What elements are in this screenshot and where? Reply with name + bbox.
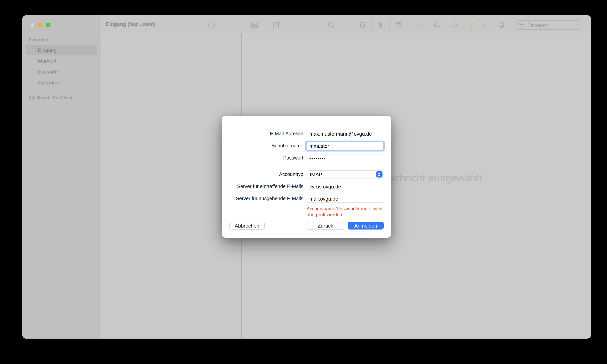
screen: Favoriten Eingang Markiert [0,0,607,364]
get-mail-icon[interactable] [250,21,259,29]
inbox-icon [29,47,36,53]
toolbar-separator [428,20,428,30]
flag-icon [29,57,36,64]
sidebar-item-entwuerfe[interactable]: Entwürfe [26,66,97,77]
outgoing-server-label: Server für ausgehende E-Mails: [230,195,305,203]
sidebar-item-eingang[interactable]: Eingang [26,45,97,55]
junk-icon[interactable] [394,21,403,29]
account-type-value: IMAP [310,171,376,177]
sidebar-section-favorites: Favoriten [29,37,48,42]
sidebar-item-label: Markiert [38,58,56,64]
toolbar-separator [446,20,446,30]
chevron-down-icon[interactable] [482,23,487,28]
toolbar-separator [480,20,480,30]
message-list-pane[interactable] [101,33,241,338]
send-icon [29,79,36,86]
incoming-server-field[interactable] [307,182,383,190]
account-setup-dialog: E-Mail-Adresse: Benutzername: Passwort: … [222,116,391,238]
back-button[interactable]: Zurück [307,222,344,230]
error-message: Accountname/Passwort konnte nicht überpr… [307,206,385,217]
sidebar-item-label: Entwürfe [38,69,58,75]
close-button[interactable] [30,23,35,27]
toolbar-separator [389,20,390,30]
email-label: E-Mail-Adresse: [230,130,305,138]
dialog-divider [222,167,391,167]
sidebar-item-gesendet[interactable]: Gesendet [26,78,97,88]
forward-icon[interactable] [450,21,459,29]
submit-button[interactable]: Anmelden [348,222,384,230]
username-field[interactable] [307,142,383,150]
mailbox-title: Eingang (Nur Lesen) [106,15,156,33]
reply-icon[interactable] [415,21,423,29]
flag-icon[interactable] [469,21,478,29]
filter-icon[interactable] [207,21,216,29]
sidebar-section-smart-mailboxes: Intelligente Postfächer [29,95,75,100]
outgoing-server-field[interactable] [307,195,383,203]
sidebar-item-label: Eingang [38,47,56,53]
search-icon[interactable] [327,21,336,29]
folder-icon [519,23,525,27]
incoming-server-label: Server für eintreffende E-Mails: [230,182,305,190]
compose-icon[interactable] [272,21,280,29]
popup-stepper-icon [376,171,382,178]
trash-icon[interactable] [375,21,384,29]
draft-icon [29,68,36,75]
toolbar: Eingang (Nur Lesen) [101,15,591,33]
sidebar-item-markiert[interactable]: Markiert [26,55,97,66]
reply-all-icon[interactable] [433,21,441,29]
email-field[interactable] [307,130,383,138]
sidebar: Favoriten Eingang Markiert [22,15,101,338]
minimize-button[interactable] [38,23,43,27]
account-type-popup[interactable]: IMAP [307,170,383,178]
password-field[interactable] [307,154,383,162]
sidebar-item-label: Gesendet [38,80,60,86]
move-to-field[interactable]: Bewegen … [515,20,580,30]
bell-icon[interactable] [498,21,506,29]
username-label: Benutzername: [230,142,305,150]
zoom-button[interactable] [46,23,51,27]
archive-icon[interactable] [358,21,367,29]
move-to-label: Bewegen … [527,22,555,28]
account-type-label: Accounttyp: [230,170,305,178]
password-label: Passwort: [230,154,305,162]
toolbar-separator [371,20,371,30]
cancel-button[interactable]: Abbrechen [229,222,265,230]
